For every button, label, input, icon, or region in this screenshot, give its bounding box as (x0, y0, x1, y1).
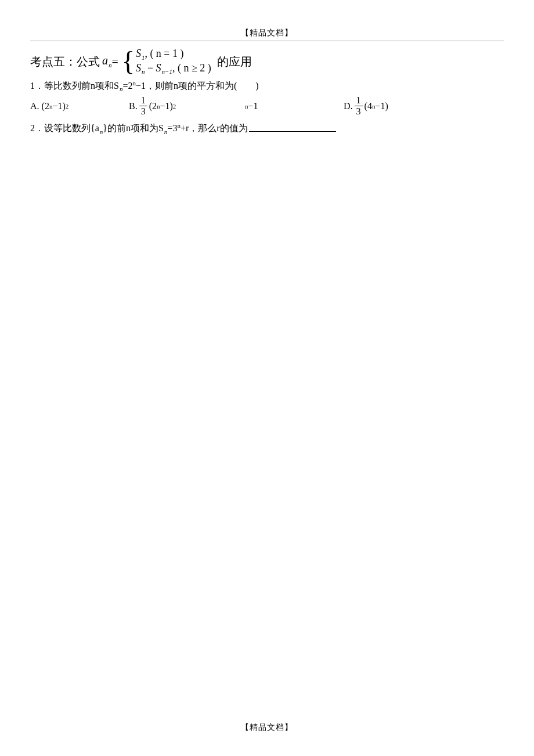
topic-heading: 考点五：公式 an = { S1, ( n = 1 ) Sn − Sn−1, (… (30, 47, 504, 76)
topic-suffix: 的应用 (217, 55, 252, 69)
q1-text-b: =2 (122, 81, 132, 91)
case-2: Sn − Sn−1, ( n ≥ 2 ) (136, 62, 211, 76)
optD-mid-b: −1) (375, 101, 388, 111)
case2-minus: − (145, 62, 156, 74)
optA-tail: −1) (52, 101, 65, 111)
option-b[interactable]: B. 1 3 (2n−1)2 (129, 96, 245, 116)
q2-text-d: +r，那么r的值为 (181, 124, 248, 134)
optB-square: 2 (173, 103, 176, 110)
optB-mid-a: (2 (149, 101, 157, 111)
page-footer-label: 【精品文档】 (0, 722, 534, 733)
optB-frac-num: 1 (139, 96, 147, 106)
question-1: 1．等比数列前n项和Sn=2n−1，则前n项的平方和为( ) (30, 80, 504, 93)
topic-prefix: 考点五：公式 (30, 55, 100, 69)
case1-tail: , ( n = 1 ) (145, 48, 183, 59)
case-1: S1, ( n = 1 ) (136, 47, 211, 62)
q2-text-a: 2．设等比数列{a (30, 124, 99, 134)
q1-text-a: 1．等比数列前n项和S (30, 81, 119, 91)
q1-text-c: −1，则前n项的平方和为( ) (136, 81, 259, 91)
piecewise-brace: { S1, ( n = 1 ) Sn − Sn−1, ( n ≥ 2 ) (122, 47, 211, 76)
q2-text-c: =3 (167, 124, 177, 134)
question-2: 2．设等比数列{an}的前n项和为Sn=3n+r，那么r的值为 (30, 122, 504, 135)
answer-blank[interactable] (249, 123, 336, 132)
q2-text-b: }的前n项和为S (103, 124, 164, 134)
case2-subb: n−1 (162, 68, 172, 75)
optA-square: 2 (66, 103, 69, 110)
optB-frac-den: 3 (139, 106, 147, 116)
document-page: 【精品文档】 考点五：公式 an = { S1, ( n = 1 ) Sn − … (0, 0, 534, 756)
optD-mid-a: (4 (365, 101, 372, 111)
equals-sign: = (112, 55, 118, 69)
optB-label: B. (129, 101, 138, 111)
optC-tail: −1 (248, 101, 258, 111)
option-c[interactable]: n−1 (245, 101, 344, 111)
optB-mid-b: −1) (160, 101, 173, 111)
header-divider (30, 41, 504, 41)
option-d[interactable]: D. 1 3 (4n−1) (344, 96, 504, 116)
optD-frac-den: 3 (355, 106, 363, 116)
optD-frac-num: 1 (355, 96, 363, 106)
optD-label: D. (344, 101, 353, 111)
optD-fraction: 1 3 (355, 96, 363, 116)
case1-S: S (136, 48, 141, 59)
option-a[interactable]: A. (2n−1)2 (30, 101, 129, 111)
page-header-label: 【精品文档】 (30, 28, 504, 38)
topic-formula: an = { S1, ( n = 1 ) Sn − Sn−1, ( n ≥ 2 … (102, 47, 211, 76)
var-a: a (102, 54, 108, 67)
case2-Sa: S (136, 62, 141, 74)
optB-fraction: 1 3 (139, 96, 147, 116)
optA-label: A. (2 (30, 101, 49, 111)
case2-tail: , ( n ≥ 2 ) (172, 62, 211, 74)
question-1-options: A. (2n−1)2 B. 1 3 (2n−1)2 n−1 D. 1 3 (4n… (30, 96, 504, 116)
case2-Sb: S (156, 62, 161, 74)
left-brace-icon: { (122, 48, 135, 75)
